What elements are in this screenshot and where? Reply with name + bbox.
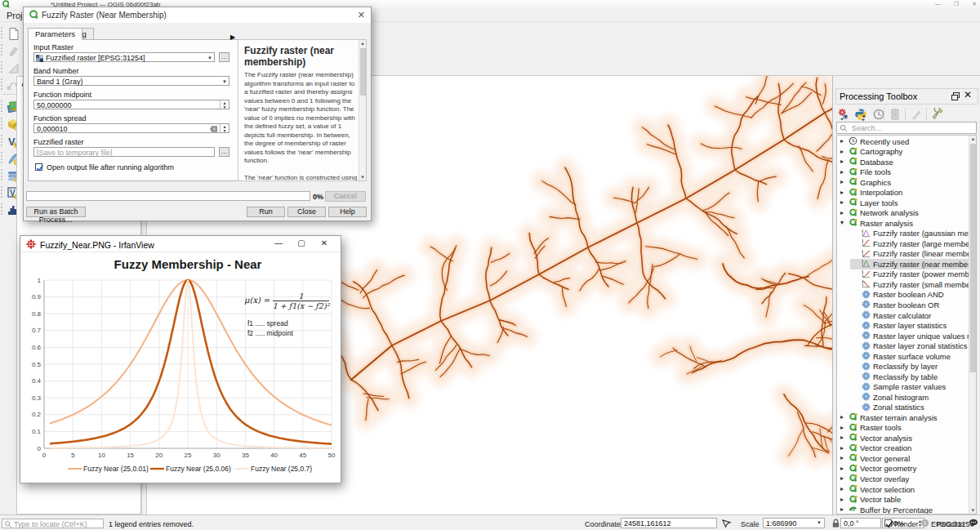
tab-parameters[interactable]: Parameters (28, 28, 82, 40)
spread-spin[interactable]: 0,000010 ▲▼ (33, 123, 229, 133)
dock-float-icon[interactable] (951, 90, 962, 101)
tree-item[interactable]: ▸Database (837, 157, 976, 167)
cancel-button[interactable]: Cancel (325, 191, 366, 202)
help-collapse-icon[interactable]: ▶ (230, 33, 235, 41)
collapsed-arrow-icon[interactable]: ▸ (840, 454, 844, 461)
tree-item[interactable]: 1Fuzzify raster (small membership) (837, 279, 976, 290)
iv-close-icon[interactable]: ✕ (313, 236, 336, 252)
crs-label[interactable]: EPSG:31254 (931, 520, 974, 528)
scroll-down-icon[interactable]: ▼ (970, 508, 976, 513)
tree-item[interactable]: ▸Vector geometry (837, 464, 976, 474)
collapsed-arrow-icon[interactable]: ▸ (840, 506, 844, 513)
toolbox-search-input[interactable]: Search... (836, 122, 977, 134)
lock-icon[interactable] (831, 519, 840, 528)
open-output-checkbox[interactable] (35, 163, 42, 171)
collapsed-arrow-icon[interactable]: ▸ (840, 424, 844, 431)
dialog-close-icon[interactable]: ✕ (358, 10, 365, 20)
close-button[interactable]: ✕ (972, 1, 977, 7)
tree-item[interactable]: ▸Vector analysis (837, 433, 976, 443)
edit-pen-gray-icon[interactable] (5, 42, 21, 59)
collapsed-arrow-icon[interactable]: ▸ (840, 444, 844, 452)
rotation-spin[interactable]: 0,0 ° (840, 518, 881, 528)
tree-item[interactable]: Reclassify by table (837, 372, 976, 382)
tree-item[interactable]: Raster calculator (837, 310, 976, 321)
tree-item[interactable]: Raster boolean OR (837, 300, 976, 310)
tree-item[interactable]: 1Fuzzify raster (linear membership) (837, 249, 976, 260)
output-browse-button[interactable]: … (219, 147, 229, 157)
collapsed-arrow-icon[interactable]: ▸ (840, 198, 844, 206)
collapsed-arrow-icon[interactable]: ▸ (840, 474, 844, 482)
collapsed-arrow-icon[interactable]: ▸ (840, 434, 844, 441)
collapsed-arrow-icon[interactable]: ▸ (840, 465, 844, 472)
tree-item[interactable]: ▸Interpolation (837, 188, 976, 198)
tree-item[interactable]: ▸Vector table (837, 495, 976, 506)
tree-item[interactable]: Sample raster values (837, 382, 976, 393)
tree-item[interactable]: ▸File tools (837, 167, 976, 178)
tree-item[interactable]: Zonal histogram (837, 392, 976, 403)
collapsed-arrow-icon[interactable]: ▸ (840, 178, 844, 185)
tree-item[interactable]: ▸Recently used (837, 136, 976, 147)
tree-item[interactable]: Reclassify by layer (837, 362, 976, 372)
tree-item[interactable]: Raster surface volume (837, 351, 976, 362)
messages-icon[interactable] (969, 519, 978, 528)
coordinate-extent-icon[interactable] (721, 519, 732, 528)
tree-item[interactable]: Raster layer zonal statistics (837, 341, 976, 352)
coordinate-input[interactable]: 24581,161612 (621, 518, 717, 528)
dock-close-icon[interactable]: ✕ (964, 89, 975, 100)
open-output-row[interactable]: Open output file after running algorithm (35, 163, 174, 171)
tree-item[interactable]: ▸Raster tools (837, 423, 976, 434)
batch-button[interactable]: Run as Batch Process… (26, 207, 86, 217)
collapsed-arrow-icon[interactable]: ▸ (840, 209, 844, 216)
scale-combo[interactable]: 1:686990▼ (763, 518, 825, 528)
minimize-button[interactable]: — (935, 1, 941, 7)
close-button-dialog[interactable]: Close (287, 207, 326, 217)
tree-item[interactable]: Raster layer statistics (837, 321, 976, 332)
tree-item[interactable]: 1Fuzzify raster (large membership) (837, 238, 976, 249)
tree-item[interactable]: 1Fuzzify raster (power membership) (837, 269, 976, 280)
collapsed-arrow-icon[interactable]: ▸ (840, 496, 844, 503)
tree-item[interactable]: ▸Vector creation (837, 443, 976, 454)
output-input[interactable]: [Save to temporary file] (33, 147, 215, 157)
scroll-up-icon[interactable]: ▲ (970, 136, 976, 141)
iv-minimize-icon[interactable]: — (267, 236, 290, 252)
tree-item[interactable]: ▸Vector selection (837, 484, 976, 495)
collapsed-arrow-icon[interactable]: ▸ (840, 137, 844, 145)
tree-item[interactable]: Raster layer unique values report (837, 331, 976, 341)
tree-item[interactable]: ▸Graphics (837, 177, 976, 188)
tree-item[interactable]: 1Fuzzify raster (near membership) (837, 259, 976, 269)
toolbox-scrollbar[interactable]: ▲ ▼ (969, 136, 976, 514)
help-scrollbar[interactable]: ▲ ▼ (359, 40, 366, 180)
collapsed-arrow-icon[interactable]: ▸ (840, 168, 844, 176)
help-scroll-thumb[interactable] (360, 48, 366, 96)
band-combo[interactable]: Band 1 (Gray)▼ (33, 76, 229, 86)
tree-item[interactable]: ▸Buffer by Percentage (837, 505, 976, 514)
ruler-gray-icon[interactable] (5, 60, 21, 76)
collapsed-arrow-icon[interactable]: ▸ (840, 189, 844, 196)
collapsed-arrow-icon[interactable]: ▸ (840, 158, 844, 165)
scroll-thumb[interactable] (970, 144, 976, 372)
locate-input[interactable]: Type to locate (Ctrl+K) (2, 519, 104, 528)
tree-item[interactable]: ▾Raster analysis (837, 218, 976, 229)
results-viewer-icon[interactable] (889, 108, 902, 121)
collapsed-arrow-icon[interactable]: ▸ (840, 413, 844, 421)
collapsed-arrow-icon[interactable]: ▸ (840, 485, 844, 492)
tree-item[interactable]: ▸Layer tools (837, 198, 976, 208)
tree-item[interactable]: Zonal statistics (837, 403, 976, 413)
restore-button[interactable]: ❐ (954, 1, 959, 7)
help-scroll-up-icon[interactable]: ▲ (360, 41, 365, 46)
edit-features-icon[interactable] (910, 108, 923, 121)
tree-item[interactable]: ▸Vector overlay (837, 474, 976, 484)
collapsed-arrow-icon[interactable]: ▸ (840, 148, 844, 155)
render-checkbox[interactable] (884, 519, 892, 527)
clear-value-icon[interactable] (210, 126, 217, 132)
expanded-arrow-icon[interactable]: ▾ (840, 219, 844, 226)
options-icon[interactable] (931, 108, 944, 121)
midpoint-spin[interactable]: 50,000000 ▲▼ (33, 100, 229, 109)
run-button[interactable]: Run (247, 207, 285, 217)
help-button[interactable]: Help (328, 207, 367, 217)
tree-item[interactable]: ▸Network analysis (837, 208, 976, 219)
tree-item[interactable]: Raster boolean AND (837, 290, 976, 301)
tree-item[interactable]: 1Fuzzify raster (gaussian membership) (837, 229, 976, 239)
iv-maximize-icon[interactable]: ▢ (290, 236, 313, 252)
tree-item[interactable]: ▸Cartography (837, 147, 976, 158)
